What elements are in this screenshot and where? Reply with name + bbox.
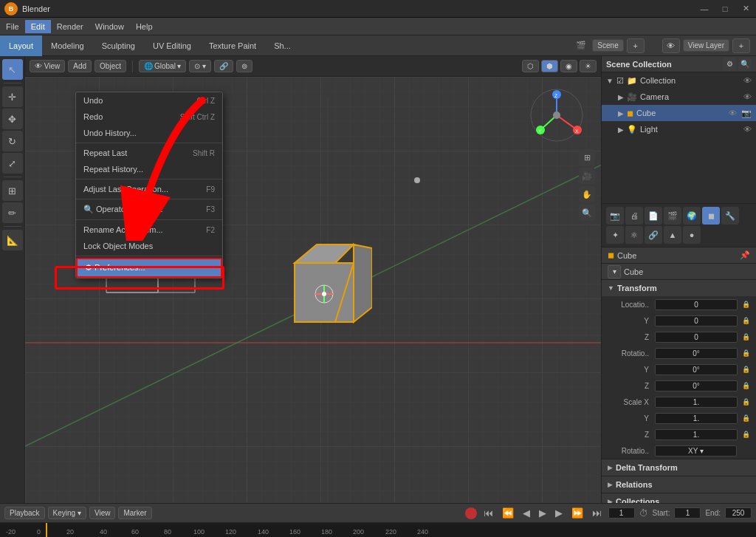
pin-icon[interactable]: 📌 — [740, 250, 750, 260]
location-y-lock[interactable]: 🔒 — [742, 317, 750, 324]
scene-add-button[interactable]: + — [627, 38, 645, 53]
props-output-icon[interactable]: 🖨 — [625, 207, 643, 225]
tool-select[interactable]: ↖ — [2, 59, 23, 80]
tab-sculpting[interactable]: Sculpting — [93, 35, 144, 56]
scene-selector[interactable]: Scene — [592, 39, 623, 52]
props-scene-icon[interactable]: 🎬 — [664, 207, 681, 225]
vp-viewport-shading-wire[interactable]: ⬡ — [522, 60, 539, 72]
delta-transform-header[interactable]: ▶ Delta Transform — [602, 459, 756, 476]
timeline-view-menu[interactable]: View — [89, 507, 116, 519]
edit-preferences[interactable]: ⚙ Preferences... — [76, 258, 222, 278]
timeline-playhead[interactable] — [46, 523, 47, 537]
outliner-filter-button[interactable]: ⚙ — [723, 58, 736, 71]
edit-redo[interactable]: RedoShift Ctrl Z — [76, 109, 222, 125]
relations-header[interactable]: ▶ Relations — [602, 476, 756, 493]
minimize-button[interactable]: — — [694, 0, 715, 18]
hand-icon[interactable]: ✋ — [579, 186, 595, 202]
props-physics-icon[interactable]: ⚛ — [625, 226, 643, 244]
vp-object-menu[interactable]: Object — [94, 60, 126, 72]
grid-icon[interactable]: ⊞ — [579, 149, 595, 165]
play-button[interactable]: ▶ — [537, 507, 549, 519]
edit-repeat-history[interactable]: Repeat History... — [76, 161, 222, 177]
rotation-x-lock[interactable]: 🔒 — [742, 349, 750, 357]
end-frame[interactable]: 250 — [725, 507, 752, 519]
tool-scale[interactable]: ⤢ — [2, 153, 23, 174]
location-z-value[interactable]: 0 — [655, 332, 738, 343]
menu-render[interactable]: Render — [51, 20, 89, 33]
collection-checkbox[interactable]: ☑ — [616, 76, 624, 86]
vp-viewport-shading-solid[interactable]: ⬢ — [541, 60, 558, 72]
tool-measure[interactable]: 📐 — [2, 230, 23, 250]
rotation-z-value[interactable]: 0° — [655, 380, 738, 391]
timeline-scrubber[interactable]: -20 0 20 40 60 80 100 120 140 160 180 20… — [0, 523, 756, 537]
edit-repeat-last[interactable]: Repeat LastShift R — [76, 145, 222, 161]
light-eye[interactable]: 👁 — [743, 125, 752, 134]
vp-view-menu[interactable]: 👁 View — [30, 60, 65, 72]
tool-rotate[interactable]: ↻ — [2, 131, 23, 151]
tab-uv-editing[interactable]: UV Editing — [144, 35, 200, 56]
scale-z-value[interactable]: 1. — [655, 429, 738, 440]
props-data-icon[interactable]: ▲ — [664, 226, 681, 244]
tab-sh[interactable]: Sh... — [265, 35, 300, 56]
prev-keyframe-button[interactable]: ◀ — [520, 507, 532, 519]
edit-rename-active[interactable]: Rename Active Item...F2 — [76, 222, 222, 238]
outliner-camera[interactable]: ▶ 🎥 Camera 👁 — [602, 89, 756, 105]
next-frame-button[interactable]: ⏩ — [569, 507, 585, 519]
next-keyframe-button[interactable]: ▶ — [553, 507, 565, 519]
tab-modeling[interactable]: Modeling — [42, 35, 93, 56]
props-view-layer-icon[interactable]: 📄 — [645, 207, 662, 225]
props-particles-icon[interactable]: ✦ — [606, 226, 624, 244]
jump-start-button[interactable]: ⏮ — [481, 507, 495, 519]
view-layer-button[interactable]: 👁 — [662, 38, 680, 53]
scale-y-value[interactable]: 1. — [655, 413, 738, 424]
menu-help[interactable]: Help — [130, 20, 159, 33]
props-object-icon[interactable]: ◼ — [702, 207, 720, 225]
props-data-icon-btn[interactable]: ▾ — [608, 265, 621, 278]
current-frame[interactable]: 1 — [608, 507, 635, 519]
menu-edit[interactable]: Edit — [25, 20, 51, 33]
rotation-x-value[interactable]: 0° — [655, 348, 738, 359]
viewport-gizmo[interactable]: Z Y X — [527, 86, 586, 145]
props-material-icon[interactable]: ● — [683, 226, 701, 244]
tab-texture-paint[interactable]: Texture Paint — [200, 35, 265, 56]
outliner-collection[interactable]: ▼ ☑ 📁 Collection 👁 — [602, 72, 756, 89]
view-layer-selector[interactable]: View Layer — [683, 39, 729, 52]
timeline-keying-menu[interactable]: Keying ▾ — [48, 507, 86, 519]
camera-eye[interactable]: 👁 — [743, 92, 752, 101]
timeline-playback-menu[interactable]: Playback — [4, 507, 45, 519]
edit-undo-history[interactable]: Undo History... — [76, 125, 222, 141]
outliner-search-button[interactable]: 🔍 — [738, 58, 752, 71]
props-constraints-icon[interactable]: 🔗 — [645, 226, 662, 244]
location-z-lock[interactable]: 🔒 — [742, 333, 750, 341]
record-button[interactable] — [465, 507, 477, 519]
outliner-light[interactable]: ▶ 💡 Light 👁 — [602, 121, 756, 137]
tool-cursor[interactable]: ✛ — [2, 86, 23, 107]
scale-x-value[interactable]: 1. — [655, 397, 738, 408]
vp-add-menu[interactable]: Add — [68, 60, 92, 72]
vp-viewport-shading-rendered[interactable]: ☀ — [580, 60, 597, 72]
vp-pivot-dropdown[interactable]: ⊙ ▾ — [189, 60, 211, 72]
props-render-icon[interactable]: 📷 — [606, 207, 624, 225]
rotation-y-value[interactable]: 0° — [655, 364, 738, 375]
cube-eye[interactable]: 👁 — [729, 109, 737, 117]
edit-lock-modes[interactable]: Lock Object Modes — [76, 238, 222, 254]
collections-header[interactable]: ▶ Collections — [602, 493, 756, 503]
tool-annotate[interactable]: ✏ — [2, 202, 23, 223]
tab-layout[interactable]: Layout — [0, 35, 42, 56]
outliner-cube[interactable]: ▶ ◼ Cube 👁 📷 — [602, 105, 756, 121]
viewport[interactable]: 👁 View Add Object 🌐 Global ▾ ⊙ ▾ 🔗 ⊚ ⬡ ⬢… — [25, 56, 601, 503]
jump-end-button[interactable]: ⏭ — [590, 507, 604, 519]
vp-snap-toggle[interactable]: 🔗 — [214, 60, 233, 72]
rotation-z-lock[interactable]: 🔒 — [742, 382, 750, 389]
zoom-icon[interactable]: 🔍 — [579, 205, 595, 221]
scale-x-lock[interactable]: 🔒 — [742, 398, 750, 406]
camera-icon-vp[interactable]: 🎥 — [579, 168, 595, 184]
vp-proportional-toggle[interactable]: ⊚ — [236, 60, 252, 72]
edit-operator-search[interactable]: 🔍 Operator Search...F3 — [76, 201, 222, 218]
scale-y-lock[interactable]: 🔒 — [742, 414, 750, 422]
cube-render[interactable]: 📷 — [741, 109, 752, 118]
collection-eye[interactable]: 👁 — [743, 76, 752, 85]
close-button[interactable]: ✕ — [735, 0, 756, 18]
rotation-y-lock[interactable]: 🔒 — [742, 366, 750, 373]
start-frame[interactable]: 1 — [674, 507, 701, 519]
